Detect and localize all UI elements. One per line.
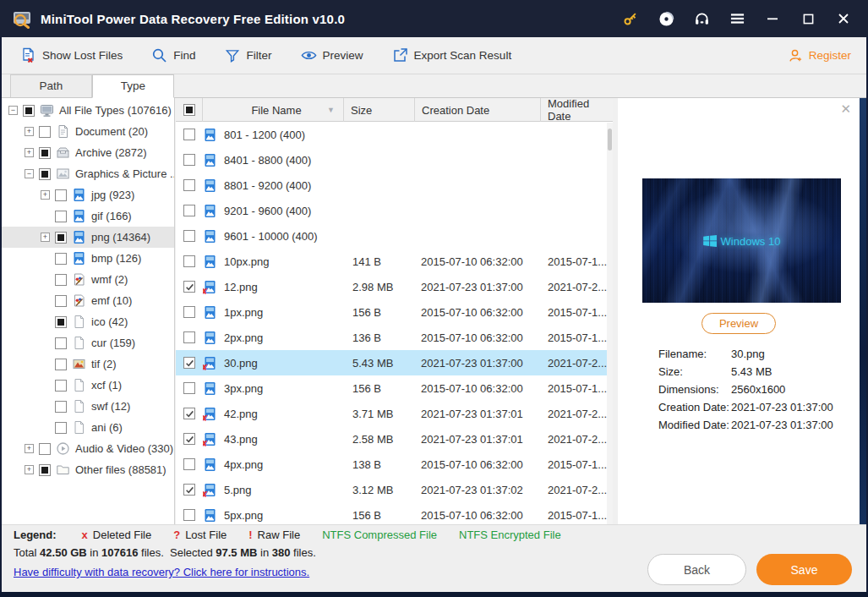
tree-item[interactable]: swf (12) (2, 396, 174, 417)
tree-item-checkbox[interactable] (55, 359, 67, 370)
tree-item-checkbox[interactable] (39, 464, 51, 476)
tree-item-checkbox[interactable] (55, 422, 67, 434)
support-headset-icon[interactable] (687, 6, 716, 31)
close-preview-icon[interactable]: ✕ (840, 101, 851, 117)
bootable-media-icon[interactable] (652, 6, 680, 31)
row-checkbox[interactable] (183, 154, 195, 166)
row-checkbox[interactable] (183, 408, 195, 419)
toolbar-export-scan-result[interactable]: Export Scan Result (392, 47, 512, 63)
tab-type[interactable]: Type (92, 74, 174, 98)
tree-item[interactable]: emf (10) (2, 290, 174, 311)
tree-item[interactable]: +png (14364) (2, 227, 174, 248)
row-checkbox[interactable] (183, 357, 195, 369)
tree-item-checkbox[interactable] (39, 147, 51, 159)
tree-item-checkbox[interactable] (55, 401, 67, 413)
row-checkbox[interactable] (183, 281, 195, 293)
table-row[interactable]: ✗43.png2.58 MB2021-07-23 01:37:012021-07… (176, 426, 613, 452)
collapse-icon[interactable]: − (8, 106, 18, 115)
column-size[interactable]: Size (344, 98, 415, 122)
table-row[interactable]: 3px.png156 B2015-07-10 06:32:002015-07-1… (176, 375, 613, 401)
tree-item-checkbox[interactable] (39, 168, 51, 180)
table-row[interactable]: 2px.png136 B2015-07-10 06:32:002015-07-1… (176, 325, 613, 350)
minimize-button[interactable] (758, 6, 787, 31)
tree-item-checkbox[interactable] (55, 316, 67, 328)
expand-icon[interactable]: + (25, 148, 34, 157)
expand-icon[interactable]: + (41, 190, 50, 200)
tree-item-checkbox[interactable] (55, 337, 67, 349)
row-checkbox[interactable] (183, 255, 195, 267)
tree-item-checkbox[interactable] (55, 253, 67, 265)
row-checkbox[interactable] (183, 458, 195, 470)
table-row[interactable]: 9201 - 9600 (400) (176, 198, 613, 223)
toolbar-filter[interactable]: Filter (225, 47, 272, 63)
table-row[interactable]: ✗12.png2.98 MB2021-07-23 01:37:002021-07… (176, 274, 613, 299)
table-row[interactable]: 801 - 1200 (400) (176, 122, 613, 147)
column-modified-date[interactable]: Modified Date (541, 98, 611, 122)
tree-item-checkbox[interactable] (55, 189, 67, 201)
table-row[interactable]: ✗42.png3.71 MB2021-07-23 01:37:012021-07… (176, 401, 613, 426)
tree-item[interactable]: +Archive (2872) (2, 142, 174, 163)
row-checkbox[interactable] (183, 129, 195, 140)
table-row[interactable]: 8801 - 9200 (400) (176, 173, 613, 198)
tree-item[interactable]: −All File Types (107616) (2, 100, 174, 121)
tree-item[interactable]: +jpg (923) (2, 184, 174, 205)
save-button[interactable]: Save (756, 554, 852, 585)
tree-item-checkbox[interactable] (55, 380, 67, 392)
row-checkbox[interactable] (183, 433, 195, 445)
toolbar-preview[interactable]: Preview (301, 47, 363, 63)
row-checkbox[interactable] (183, 205, 195, 216)
maximize-button[interactable] (794, 6, 822, 31)
row-checkbox[interactable] (183, 331, 195, 343)
expand-icon[interactable]: + (25, 444, 34, 453)
register-button[interactable]: Register (788, 47, 851, 63)
tree-item-checkbox[interactable] (39, 443, 51, 455)
tree-item-checkbox[interactable] (55, 232, 67, 244)
select-all-checkbox[interactable] (183, 104, 195, 116)
tree-item-checkbox[interactable] (39, 126, 51, 138)
expand-icon[interactable]: + (25, 465, 34, 474)
back-button[interactable]: Back (647, 554, 746, 585)
tree-item-checkbox[interactable] (55, 211, 67, 222)
tree-item[interactable]: −Graphics & Picture ... (2, 163, 174, 184)
tree-item-checkbox[interactable] (23, 105, 35, 117)
license-key-icon[interactable] (616, 6, 645, 31)
help-link[interactable]: Have difficulty with data recovery? Clic… (14, 566, 309, 578)
scrollbar-thumb[interactable] (608, 129, 612, 151)
table-row[interactable]: 1px.png156 B2015-07-10 06:32:002015-07-1… (176, 299, 613, 325)
tree-item[interactable]: xcf (1) (2, 375, 174, 396)
table-row[interactable]: 5px.png156 B2015-07-10 06:32:002015-07-1… (176, 502, 613, 524)
table-scrollbar[interactable] (607, 123, 613, 524)
column-creation-date[interactable]: Creation Date (415, 98, 541, 122)
tree-item[interactable]: +Other files (88581) (2, 459, 174, 480)
table-row[interactable]: ✗30.png5.43 MB2021-07-23 01:37:002021-07… (176, 350, 613, 375)
row-checkbox[interactable] (183, 230, 195, 242)
row-checkbox[interactable] (183, 306, 195, 318)
toolbar-find[interactable]: Find (151, 47, 195, 63)
tree-item-checkbox[interactable] (55, 295, 67, 307)
table-row[interactable]: 8401 - 8800 (400) (176, 147, 613, 173)
preview-button[interactable]: Preview (701, 313, 776, 334)
tab-path[interactable]: Path (10, 74, 92, 97)
table-row[interactable]: ✗5.png3.12 MB2021-07-23 01:37:022021-07-… (176, 477, 613, 502)
tree-item[interactable]: gif (166) (2, 205, 174, 227)
close-button[interactable] (829, 6, 858, 31)
table-row[interactable]: 10px.png141 B2015-07-10 06:32:002015-07-… (176, 249, 613, 274)
tree-item[interactable]: ico (42) (2, 311, 174, 332)
tree-item[interactable]: cur (159) (2, 332, 174, 353)
tree-item-checkbox[interactable] (55, 274, 67, 286)
table-row[interactable]: 4px.png138 B2015-07-10 06:32:002015-07-1… (176, 452, 613, 477)
tree-item[interactable]: bmp (126) (2, 248, 174, 269)
expand-icon[interactable]: + (41, 233, 50, 242)
column-file-name[interactable]: File Name ▼ (203, 98, 344, 122)
row-checkbox[interactable] (183, 382, 195, 394)
row-checkbox[interactable] (183, 509, 195, 521)
tree-item[interactable]: +Audio & Video (330) (2, 438, 174, 459)
collapse-icon[interactable]: − (25, 169, 34, 178)
expand-icon[interactable]: + (25, 127, 34, 136)
row-checkbox[interactable] (183, 179, 195, 191)
tree-item[interactable]: wmf (2) (2, 269, 174, 290)
tree-item[interactable]: ani (6) (2, 417, 174, 438)
row-checkbox[interactable] (183, 484, 195, 496)
toolbar-show-lost-files[interactable]: Show Lost Files (20, 47, 123, 63)
tree-item[interactable]: +Document (20) (2, 121, 174, 142)
